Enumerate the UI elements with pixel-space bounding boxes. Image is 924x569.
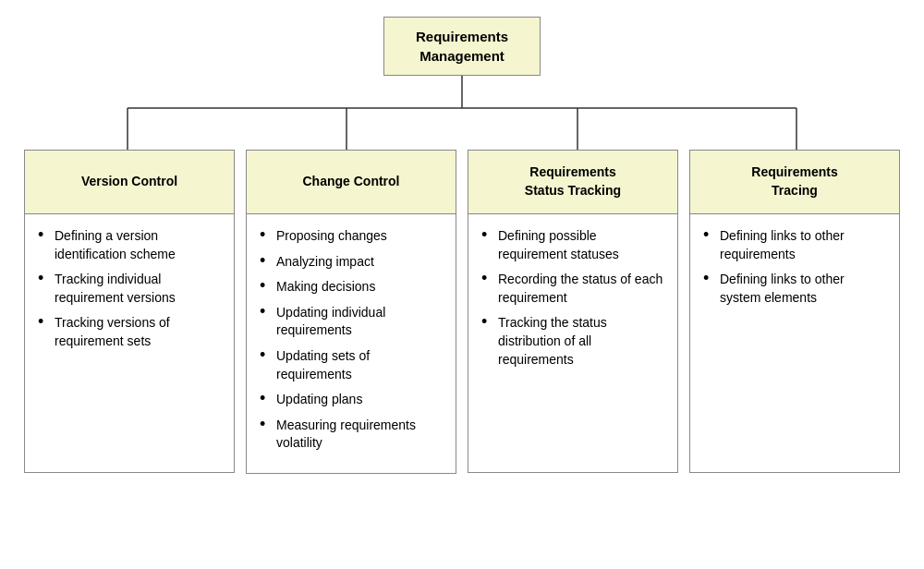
bullet-icon: • [260, 252, 273, 271]
list-item: •Updating individual requirements [260, 304, 443, 340]
requirements-tracing-body: •Defining links to other requirements•De… [689, 214, 900, 473]
bullet-icon: • [260, 277, 273, 296]
list-item-text: Measuring requirements volatility [276, 417, 443, 453]
bullet-icon: • [481, 270, 494, 288]
change-control-header: Change Control [246, 150, 456, 214]
list-item: •Analyzing impact [260, 253, 443, 272]
bullet-icon: • [481, 313, 494, 332]
list-item: •Proposing changes [260, 227, 443, 246]
child-column-version-control: Version Control•Defining a version ident… [24, 150, 235, 473]
version-control-header: Version Control [24, 150, 235, 214]
bullet-icon: • [260, 303, 273, 321]
bullet-icon: • [260, 390, 273, 408]
list-item-text: Recording the status of each requirement [498, 271, 664, 307]
list-item-text: Tracking the status distribution of all … [498, 314, 664, 369]
bullet-icon: • [481, 226, 494, 245]
list-item: •Tracking the status distribution of all… [481, 314, 664, 369]
requirements-tracing-header: Requirements Tracing [689, 150, 900, 214]
diagram-container: Requirements Management Version Control•… [0, 0, 924, 569]
list-item-text: Updating sets of requirements [276, 347, 443, 383]
list-item: •Defining possible requirement statuses [481, 227, 664, 263]
list-item: •Measuring requirements volatility [260, 417, 443, 453]
list-item-text: Defining links to other requirements [720, 227, 886, 263]
change-control-body: •Proposing changes•Analyzing impact•Maki… [246, 214, 456, 474]
list-item: •Defining links to other requirements [703, 227, 886, 263]
bullet-icon: • [38, 226, 51, 245]
list-item-text: Updating plans [276, 391, 362, 409]
list-item: •Updating sets of requirements [260, 347, 443, 383]
connector-lines [0, 76, 924, 150]
version-control-body: •Defining a version identification schem… [24, 214, 235, 473]
requirements-status-tracking-header: Requirements Status Tracking [468, 150, 678, 214]
bullet-icon: • [38, 313, 51, 332]
list-item-text: Analyzing impact [276, 253, 374, 272]
list-item: •Defining a version identification schem… [38, 227, 221, 263]
child-column-change-control: Change Control•Proposing changes•Analyzi… [246, 150, 456, 474]
bullet-icon: • [703, 270, 716, 288]
list-item-text: Defining links to other system elements [720, 271, 886, 307]
list-item-text: Making decisions [276, 278, 375, 297]
bullet-icon: • [260, 416, 273, 434]
list-item: •Tracking versions of requirement sets [38, 314, 221, 350]
list-item-text: Tracking individual requirement versions [55, 271, 221, 307]
bullet-icon: • [703, 226, 716, 245]
root-label: Requirements Management [416, 29, 508, 64]
bullet-icon: • [260, 226, 273, 245]
child-column-requirements-tracing: Requirements Tracing•Defining links to o… [689, 150, 900, 473]
root-node: Requirements Management [383, 17, 541, 76]
bullet-icon: • [38, 270, 51, 288]
requirements-status-tracking-body: •Defining possible requirement statuses•… [468, 214, 678, 473]
list-item-text: Defining possible requirement statuses [498, 227, 664, 263]
bullet-icon: • [260, 346, 273, 365]
list-item: •Recording the status of each requiremen… [481, 271, 664, 307]
list-item: •Updating plans [260, 391, 443, 409]
list-item-text: Updating individual requirements [276, 304, 443, 340]
list-item-text: Defining a version identification scheme [55, 227, 221, 263]
children-row: Version Control•Defining a version ident… [9, 150, 915, 474]
list-item: •Defining links to other system elements [703, 271, 886, 307]
list-item: •Tracking individual requirement version… [38, 271, 221, 307]
list-item-text: Tracking versions of requirement sets [55, 314, 221, 350]
list-item-text: Proposing changes [276, 227, 387, 246]
child-column-requirements-status-tracking: Requirements Status Tracking•Defining po… [468, 150, 678, 473]
list-item: •Making decisions [260, 278, 443, 297]
